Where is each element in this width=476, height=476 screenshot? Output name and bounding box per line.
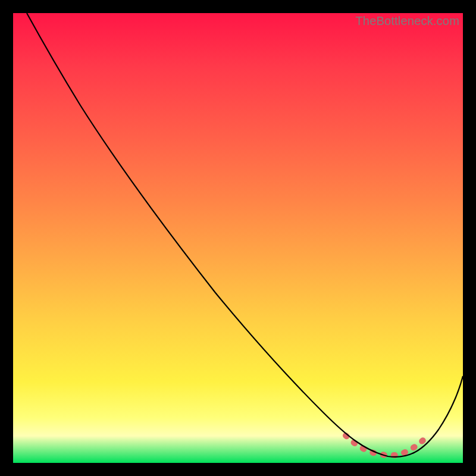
chart-frame: TheBottleneck.com	[0, 0, 476, 476]
watermark-text: TheBottleneck.com	[355, 14, 459, 28]
chart-svg	[13, 13, 463, 463]
main-curve	[27, 13, 463, 457]
plot-area: TheBottleneck.com	[13, 13, 463, 463]
